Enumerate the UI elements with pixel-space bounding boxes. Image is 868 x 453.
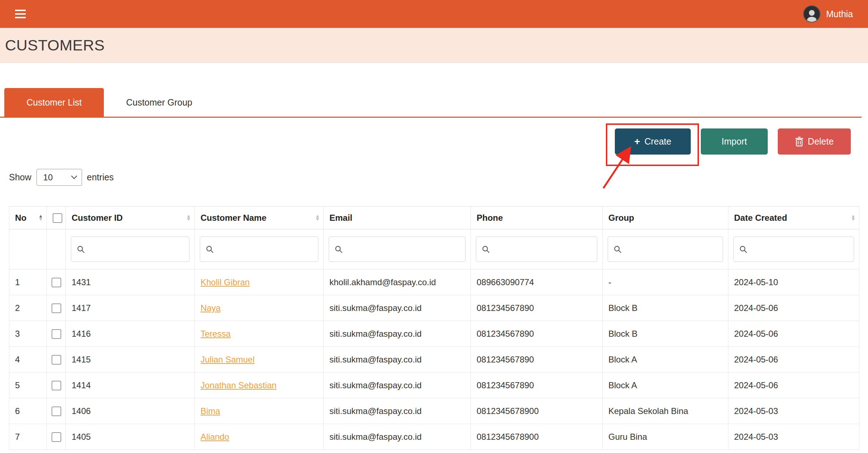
row-select-cell [47,269,66,295]
column-header-no[interactable]: No ▲▼ [9,206,47,229]
search-icon [205,245,214,254]
customer-name-cell: Julian Samuel [195,347,324,372]
row-number-cell: 3 [9,321,47,347]
filter-input-customer-name[interactable] [218,244,318,254]
filter-empty-select [47,229,66,269]
filter-cell-date-created [728,229,859,269]
sort-icon: ▲▼ [38,215,43,220]
search-icon [334,245,343,254]
phone-cell: 081234567890 [471,295,603,321]
customer-name-cell: Naya [195,295,324,321]
email-cell: siti.sukma@faspay.co.id [324,295,471,321]
row-checkbox[interactable] [52,355,61,365]
email-cell: siti.sukma@faspay.co.id [324,347,471,372]
phone-cell: 081234567890 [471,347,603,372]
column-header-email[interactable]: Email [324,206,471,229]
phone-cell: 081234567890 [471,372,603,398]
filter-input-phone[interactable] [494,244,597,254]
customer-name-link[interactable]: Kholil Gibran [201,277,250,287]
hamburger-menu-icon[interactable] [15,10,26,18]
customer-id-cell: 1431 [66,269,195,295]
delete-button-label: Delete [808,136,834,147]
filter-cell-phone [471,229,603,269]
sort-icon: ▲▼ [851,215,855,220]
group-cell: Guru Bina [603,424,728,450]
group-cell: Block B [603,295,728,321]
row-select-cell [47,398,66,424]
date-created-cell: 2024-05-06 [728,321,859,347]
filter-input-customer-id[interactable] [89,244,189,254]
customer-name-cell: Bima [195,398,324,424]
filter-input-date-created[interactable] [752,244,854,254]
email-cell: siti.sukma@faspay.co.id [324,398,471,424]
user-avatar[interactable] [803,5,820,23]
column-header-phone[interactable]: Phone [471,206,603,229]
toolbar: + Create Import Delete [0,128,868,155]
table-row: 5 1414 Jonathan Sebastian siti.sukma@fas… [9,372,859,398]
column-header-customer-name[interactable]: Customer Name ▲▼ [195,206,324,229]
row-number-cell: 2 [9,295,47,321]
select-all-checkbox[interactable] [53,213,62,223]
trash-icon [795,137,804,147]
sort-icon: ▲▼ [186,215,191,220]
tab-customer-group[interactable]: Customer Group [104,88,214,117]
customer-name-link[interactable]: Bima [201,406,220,416]
customer-name-link[interactable]: Aliando [201,432,229,442]
customer-id-cell: 1415 [66,347,195,372]
entries-label: entries [87,172,114,182]
group-cell: Kepala Sekolah Bina [603,398,728,424]
tab-customer-group-label: Customer Group [126,97,192,108]
filter-cell-customer-name [195,229,324,269]
navbar-user-area[interactable]: Muthia [803,5,853,23]
import-button[interactable]: Import [701,128,768,155]
show-label: Show [9,172,32,182]
column-header-date-created[interactable]: Date Created ▲▼ [728,206,859,229]
row-checkbox[interactable] [52,303,61,313]
row-checkbox[interactable] [52,278,61,287]
customer-name-cell: Teressa [195,321,324,347]
table-row: 4 1415 Julian Samuel siti.sukma@faspay.c… [9,347,859,372]
group-cell: - [603,269,728,295]
table-row: 3 1416 Teressa siti.sukma@faspay.co.id 0… [9,321,859,347]
entries-select[interactable]: 10 [37,169,82,186]
customer-id-cell: 1406 [66,398,195,424]
delete-button[interactable]: Delete [778,128,851,155]
group-cell: Block A [603,347,728,372]
filter-empty-no [9,229,47,269]
filter-input-email[interactable] [347,244,465,254]
phone-cell: 089663090774 [471,269,603,295]
row-checkbox[interactable] [52,381,61,390]
page-title-bar: CUSTOMERS [0,28,868,63]
filter-input-group[interactable] [626,244,723,254]
import-button-label: Import [722,136,747,147]
create-button[interactable]: + Create [615,128,691,155]
tabs-bar: Customer List Customer Group [0,88,862,118]
phone-cell: 0812345678900 [471,424,603,450]
customer-id-cell: 1416 [66,321,195,347]
date-created-cell: 2024-05-06 [728,295,859,321]
row-select-cell [47,295,66,321]
table-row: 6 1406 Bima siti.sukma@faspay.co.id 0812… [9,398,859,424]
row-number-cell: 7 [9,424,47,450]
user-name: Muthia [826,9,853,19]
person-icon [805,8,819,22]
row-checkbox[interactable] [52,329,61,339]
column-header-group[interactable]: Group [603,206,728,229]
date-created-cell: 2024-05-03 [728,398,859,424]
date-created-cell: 2024-05-06 [728,347,859,372]
customer-name-link[interactable]: Jonathan Sebastian [201,380,276,390]
customer-name-link[interactable]: Julian Samuel [201,355,255,364]
email-cell: kholil.akhamd@faspay.co.id [324,269,471,295]
column-header-customer-id[interactable]: Customer ID ▲▼ [66,206,195,229]
customer-id-cell: 1405 [66,424,195,450]
email-cell: siti.sukma@faspay.co.id [324,372,471,398]
search-icon [613,245,622,254]
customer-name-link[interactable]: Naya [201,303,221,313]
customer-name-cell: Aliando [195,424,324,450]
row-select-cell [47,424,66,450]
customers-table: No ▲▼ Customer ID ▲▼ Customer Name ▲▼ Em… [9,206,859,450]
customer-name-link[interactable]: Teressa [201,329,231,338]
row-checkbox[interactable] [52,432,61,442]
row-checkbox[interactable] [52,406,61,416]
tab-customer-list[interactable]: Customer List [4,88,104,117]
